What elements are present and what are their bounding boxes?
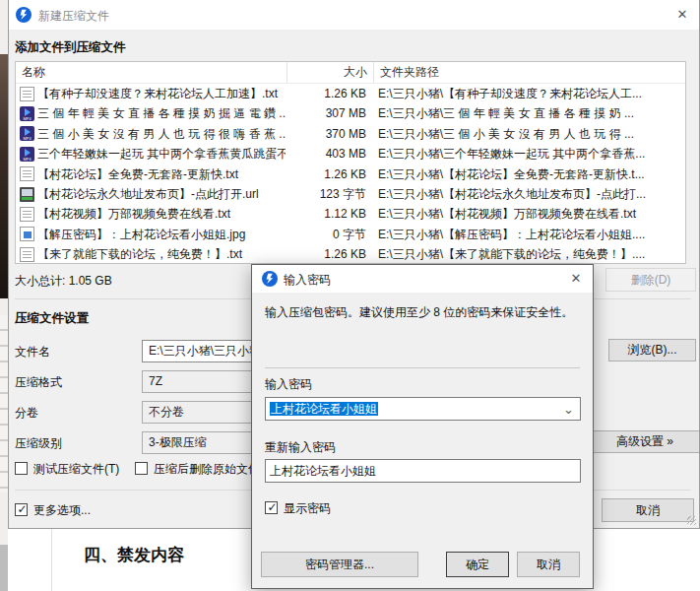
- password-combobox[interactable]: 上村花论坛看小姐姐 ⌄: [265, 397, 581, 421]
- test-archive-checkbox-row[interactable]: 测试压缩文件(T): [15, 461, 119, 478]
- password-dialog-title: 输入密码: [284, 272, 331, 289]
- file-list[interactable]: 名称 大小 文件夹路径 【有种子却没速度？来村花论坛人工加速】.txt1.26 …: [15, 61, 686, 264]
- video-file-icon: [20, 147, 34, 162]
- delete-after-label: 压缩后删除原始文件: [154, 462, 260, 476]
- show-password-label: 显示密码: [284, 501, 331, 515]
- file-row[interactable]: 三 個 小 美 女 沒 有 男 人 也 玩 得 很 嗨 香 蕉 ...370 M…: [16, 124, 685, 144]
- delete-after-checkbox[interactable]: [135, 462, 148, 475]
- more-options-checkbox-row[interactable]: 更多选项...: [15, 502, 91, 519]
- chevron-down-icon[interactable]: ⌄: [563, 399, 574, 421]
- text-file-icon: [20, 87, 34, 101]
- file-name: 三个年轻嫩妹一起玩 其中两个拿香蕉黄瓜跳蛋不...: [34, 144, 286, 164]
- archive-settings-heading: 压缩文件设置: [15, 310, 89, 327]
- file-size: 1.26 KB: [286, 164, 372, 184]
- level-label: 压缩级别: [15, 435, 62, 452]
- background-page-divider: [51, 529, 52, 591]
- password-value-selected: 上村花论坛看小姐姐: [270, 402, 378, 416]
- more-options-label: 更多选项...: [33, 503, 91, 517]
- file-row[interactable]: 三个年轻嫩妹一起玩 其中两个拿香蕉黄瓜跳蛋不...403 MBE:\三只小猪\三…: [16, 144, 685, 164]
- file-size: 370 MB: [286, 124, 372, 144]
- file-row[interactable]: 【解压密码】：上村花论坛看小姐姐.jpg0 字节E:\三只小猪\【解压密码】：上…: [16, 225, 685, 244]
- text-file-icon: [20, 166, 34, 181]
- more-options-checkbox[interactable]: [15, 503, 28, 516]
- file-path: E:\三只小猪\【解压密码】：上村花论坛看小姐姐....: [372, 225, 685, 244]
- file-path: E:\三只小猪\【村花论坛】全免费-无套路-更新快.t...: [372, 164, 685, 184]
- file-size: 1.26 KB: [286, 84, 372, 103]
- text-file-icon: [20, 247, 34, 262]
- password-cancel-button[interactable]: 取消: [517, 552, 580, 577]
- file-list-body: 【有种子却没速度？来村花论坛人工加速】.txt1.26 KBE:\三只小猪\【有…: [16, 84, 685, 264]
- url-file-icon: [20, 187, 34, 202]
- file-name: 【解压密码】：上村花论坛看小姐姐.jpg: [34, 225, 286, 244]
- file-name: 【有种子却没速度？来村花论坛人工加速】.txt: [34, 84, 286, 103]
- file-row[interactable]: 三 個 年 輕 美 女 直 播 各 種 摸 奶 掘 逼 電 鑽 ...307 M…: [16, 103, 685, 123]
- column-header-name[interactable]: 名称: [16, 62, 286, 83]
- file-size: 1.12 KB: [286, 204, 372, 224]
- file-name: 【村花论坛永久地址发布页】-点此打开.url: [34, 184, 286, 204]
- file-name: 三 個 小 美 女 沒 有 男 人 也 玩 得 很 嗨 香 蕉 ...: [34, 124, 286, 144]
- file-name: 【村花论坛】全免费-无套路-更新快.txt: [34, 164, 286, 184]
- background-section-heading: 四、禁发内容: [84, 544, 184, 566]
- format-label: 压缩格式: [15, 374, 62, 391]
- file-path: E:\三只小猪\三个年轻嫩妹一起玩 其中两个拿香蕉...: [372, 144, 685, 164]
- delete-button[interactable]: 删除(D): [605, 268, 696, 292]
- file-path: E:\三只小猪\三 個 小 美 女 沒 有 男 人 也 玩 得 ...: [372, 124, 685, 144]
- file-list-header[interactable]: 名称 大小 文件夹路径: [16, 62, 685, 84]
- password-label: 输入密码: [265, 376, 312, 393]
- file-name: 【来了就能下载的论坛，纯免费！】.txt: [34, 244, 286, 264]
- main-cancel-button[interactable]: 取消: [602, 498, 694, 522]
- total-size-label: 大小总计: 1.05 GB: [15, 273, 112, 290]
- video-file-icon: [20, 126, 34, 141]
- password-manager-button[interactable]: 密码管理器...: [261, 552, 418, 577]
- file-row[interactable]: 【来了就能下载的论坛，纯免费！】.txt1.26 KBE:\三只小猪\【来了就能…: [16, 244, 685, 264]
- ok-button[interactable]: 确定: [446, 552, 509, 577]
- password-dialog-titlebar[interactable]: 输入密码 ✕: [252, 265, 593, 293]
- test-archive-checkbox[interactable]: [15, 462, 28, 475]
- column-header-path[interactable]: 文件夹路径: [373, 62, 685, 83]
- bandizip-icon: [262, 271, 278, 287]
- file-size: 123 字节: [286, 184, 372, 204]
- close-icon[interactable]: ✕: [567, 270, 585, 288]
- file-row[interactable]: 【村花视频】万部视频免费在线看.txt1.12 KBE:\三只小猪\【村花视频】…: [16, 204, 685, 224]
- password-hint-text: 输入压缩包密码。建议使用至少 8 位的密码来保证安全性。: [265, 304, 582, 321]
- column-header-size[interactable]: 大小: [286, 62, 373, 83]
- file-path: E:\三只小猪\【来了就能下载的论坛，纯免费！】....: [372, 244, 685, 264]
- file-path: E:\三只小猪\【村花视频】万部视频免费在线看.txt: [372, 204, 685, 224]
- test-archive-label: 测试压缩文件(T): [33, 462, 119, 476]
- add-files-heading: 添加文件到压缩文件: [15, 39, 126, 56]
- file-name: 三 個 年 輕 美 女 直 播 各 種 摸 奶 掘 逼 電 鑽 ...: [34, 103, 286, 123]
- background-gray-block: [0, 545, 8, 591]
- file-size: 307 MB: [286, 103, 372, 123]
- screen: 四、禁发内容 新建压缩文件 ✕ 添加文件到压缩文件 名称 大小 文件夹路径 【有…: [0, 0, 700, 591]
- confirm-password-input[interactable]: 上村花论坛看小姐姐: [265, 459, 581, 483]
- background-text-fragment: [0, 315, 8, 492]
- bandizip-icon: [16, 7, 32, 23]
- file-size: 1.26 KB: [286, 244, 372, 264]
- background-photo-fragment: [0, 54, 8, 298]
- filename-label: 文件名: [15, 344, 50, 361]
- file-size: 403 MB: [286, 144, 372, 164]
- confirm-password-label: 重新输入密码: [265, 439, 336, 456]
- divider: [265, 367, 580, 368]
- file-path: E:\三只小猪\三 個 年 輕 美 女 直 播 各 種 摸 奶 ...: [372, 103, 685, 123]
- new-archive-titlebar[interactable]: 新建压缩文件 ✕: [9, 0, 699, 30]
- delete-after-checkbox-row[interactable]: 压缩后删除原始文件: [135, 461, 260, 478]
- window-title: 新建压缩文件: [38, 8, 109, 25]
- browse-button[interactable]: 浏览(B)...: [608, 339, 696, 361]
- file-size: 0 字节: [286, 225, 372, 244]
- file-path: E:\三只小猪\【有种子却没速度？来村花论坛人工...: [372, 84, 685, 103]
- close-icon[interactable]: ✕: [673, 6, 691, 24]
- video-file-icon: [20, 106, 34, 121]
- image-file-icon: [20, 227, 34, 241]
- advanced-settings-button[interactable]: 高级设置 »: [590, 430, 700, 453]
- volume-label: 分卷: [15, 405, 38, 422]
- show-password-checkbox[interactable]: [265, 501, 278, 514]
- text-file-icon: [20, 207, 34, 222]
- file-row[interactable]: 【村花论坛永久地址发布页】-点此打开.url123 字节E:\三只小猪\【村花论…: [16, 184, 685, 204]
- file-row[interactable]: 【村花论坛】全免费-无套路-更新快.txt1.26 KBE:\三只小猪\【村花论…: [16, 164, 685, 184]
- show-password-checkbox-row[interactable]: 显示密码: [265, 500, 331, 517]
- file-row[interactable]: 【有种子却没速度？来村花论坛人工加速】.txt1.26 KBE:\三只小猪\【有…: [16, 84, 685, 103]
- password-dialog: 输入密码 ✕ 输入压缩包密码。建议使用至少 8 位的密码来保证安全性。 输入密码…: [251, 264, 594, 589]
- file-name: 【村花视频】万部视频免费在线看.txt: [34, 204, 286, 224]
- resize-grip[interactable]: [687, 516, 696, 525]
